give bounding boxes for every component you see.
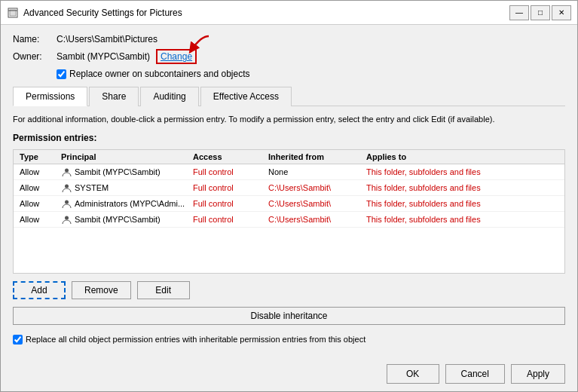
cell-type: Allow: [17, 215, 58, 224]
col-access: Access: [190, 152, 265, 161]
bottom-checkbox-row: Replace all child object permission entr…: [13, 334, 565, 345]
permission-entries-label: Permission entries:: [13, 133, 565, 143]
tab-share[interactable]: Share: [89, 87, 139, 106]
action-buttons: Add Remove Edit: [13, 281, 565, 299]
owner-value: Sambit (MYPC\Sambit): [57, 51, 150, 62]
name-row: Name: C:\Users\Sambit\Pictures: [13, 34, 565, 44]
cell-principal: Administrators (MYPC\Admi...: [58, 198, 190, 209]
cancel-button[interactable]: Cancel: [445, 364, 505, 384]
cell-principal: SYSTEM: [58, 182, 190, 193]
tab-auditing[interactable]: Auditing: [140, 87, 198, 106]
add-button[interactable]: Add: [13, 281, 66, 299]
replace-child-checkbox[interactable]: [13, 335, 23, 345]
tab-effective-access[interactable]: Effective Access: [200, 87, 292, 106]
description-text: For additional information, double-click…: [13, 114, 565, 125]
cell-principal: Sambit (MYPC\Sambit): [58, 167, 190, 177]
table-body: Allow Sambit (MYPC\Sambit) Full control …: [14, 164, 564, 228]
cell-inherited: C:\Users\Sambit\: [265, 215, 363, 224]
owner-label: Owner:: [13, 51, 50, 62]
user-icon: [61, 182, 72, 193]
cell-applies: This folder, subfolders and files: [363, 215, 484, 224]
table-row[interactable]: Allow Administrators (MYPC\Admi... Full …: [14, 196, 564, 212]
main-content: Name: C:\Users\Sambit\Pictures Owner: Sa…: [1, 25, 577, 360]
table-row[interactable]: Allow Sambit (MYPC\Sambit) Full control …: [14, 164, 564, 180]
ok-button[interactable]: OK: [387, 364, 439, 384]
user-icon: [61, 167, 72, 177]
window-icon: [7, 7, 19, 19]
cell-access: Full control: [190, 215, 265, 224]
cell-applies: This folder, subfolders and files: [363, 199, 484, 208]
disable-inheritance-button[interactable]: Disable inheritance: [13, 307, 565, 325]
remove-button[interactable]: Remove: [72, 281, 131, 299]
cell-access: Full control: [190, 199, 265, 208]
cell-type: Allow: [17, 183, 58, 192]
cell-applies: This folder, subfolders and files: [363, 167, 484, 176]
cell-principal: Sambit (MYPC\Sambit): [58, 214, 190, 225]
replace-owner-checkbox[interactable]: [57, 69, 66, 79]
col-applies: Applies to: [363, 152, 484, 161]
maximize-button[interactable]: □: [531, 5, 550, 20]
owner-row: Owner: Sambit (MYPC\Sambit) Change: [13, 49, 565, 64]
tab-permissions[interactable]: Permissions: [13, 87, 87, 106]
edit-button[interactable]: Edit: [137, 281, 190, 299]
cell-inherited: C:\Users\Sambit\: [265, 199, 363, 208]
cell-applies: This folder, subfolders and files: [363, 183, 484, 192]
name-label: Name:: [13, 34, 50, 44]
close-button[interactable]: ✕: [552, 5, 571, 20]
permission-table: Type Principal Access Inherited from App…: [13, 149, 565, 273]
cell-type: Allow: [17, 199, 58, 208]
cell-inherited: C:\Users\Sambit\: [265, 183, 363, 192]
svg-point-7: [65, 216, 69, 219]
col-type: Type: [17, 152, 58, 161]
name-value: C:\Users\Sambit\Pictures: [57, 34, 157, 44]
title-bar: Advanced Security Settings for Pictures …: [1, 1, 577, 25]
user-icon: [61, 214, 72, 225]
replace-owner-row: Replace owner on subcontainers and objec…: [57, 69, 565, 79]
svg-point-5: [65, 184, 69, 188]
tabs-container: Permissions Share Auditing Effective Acc…: [13, 87, 565, 106]
cell-type: Allow: [17, 167, 58, 176]
window-title: Advanced Security Settings for Pictures: [23, 8, 509, 18]
replace-owner-label: Replace owner on subcontainers and objec…: [69, 69, 249, 79]
apply-button[interactable]: Apply: [511, 364, 565, 384]
cell-access: Full control: [190, 167, 265, 176]
title-controls: — □ ✕: [509, 5, 571, 20]
svg-point-4: [65, 168, 69, 172]
footer: OK Cancel Apply: [1, 360, 577, 391]
user-icon: [61, 198, 72, 209]
table-header: Type Principal Access Inherited from App…: [14, 150, 564, 164]
change-link[interactable]: Change: [156, 49, 197, 64]
col-inherited: Inherited from: [265, 152, 363, 161]
table-row[interactable]: Allow Sambit (MYPC\Sambit) Full control …: [14, 212, 564, 228]
col-principal: Principal: [58, 152, 190, 161]
change-container: Change: [156, 49, 197, 64]
minimize-button[interactable]: —: [509, 5, 529, 20]
replace-child-label: Replace all child object permission entr…: [26, 334, 365, 345]
cell-inherited: None: [265, 167, 363, 176]
svg-point-6: [65, 200, 69, 204]
cell-access: Full control: [190, 183, 265, 192]
table-row[interactable]: Allow SYSTEM Full control C:\Users\Sambi…: [14, 180, 564, 196]
